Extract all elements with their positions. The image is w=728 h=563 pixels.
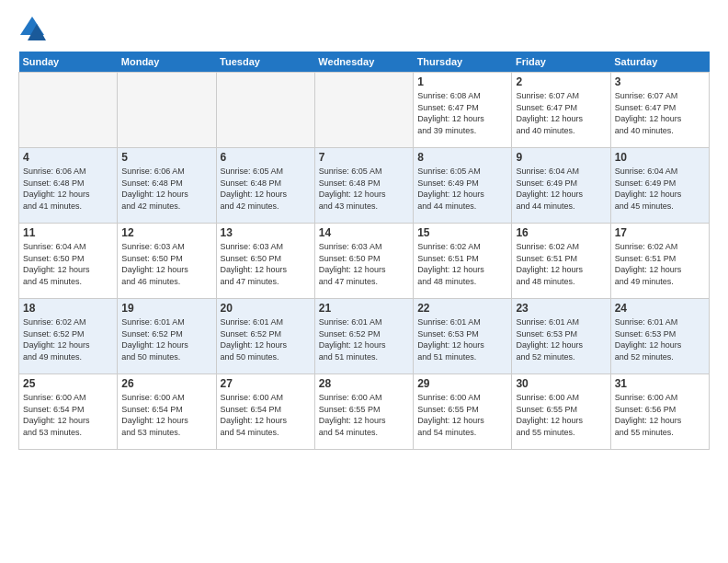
weekday-header-saturday: Saturday	[610, 52, 709, 73]
day-number: 5	[121, 151, 211, 164]
calendar-cell: 10Sunrise: 6:04 AM Sunset: 6:49 PM Dayli…	[610, 148, 709, 224]
calendar-cell: 29Sunrise: 6:00 AM Sunset: 6:55 PM Dayli…	[414, 374, 512, 450]
day-info: Sunrise: 6:02 AM Sunset: 6:51 PM Dayligh…	[417, 241, 507, 287]
day-info: Sunrise: 6:03 AM Sunset: 6:50 PM Dayligh…	[121, 241, 211, 287]
calendar-week-4: 18Sunrise: 6:02 AM Sunset: 6:52 PM Dayli…	[19, 299, 710, 374]
calendar-cell: 12Sunrise: 6:03 AM Sunset: 6:50 PM Dayli…	[118, 224, 216, 299]
calendar-cell: 1Sunrise: 6:08 AM Sunset: 6:47 PM Daylig…	[414, 73, 512, 148]
weekday-header-sunday: Sunday	[19, 52, 118, 73]
day-number: 16	[516, 226, 606, 239]
calendar-table: SundayMondayTuesdayWednesdayThursdayFrid…	[18, 52, 710, 450]
calendar-cell: 17Sunrise: 6:02 AM Sunset: 6:51 PM Dayli…	[610, 224, 709, 299]
weekday-header-row: SundayMondayTuesdayWednesdayThursdayFrid…	[19, 52, 710, 73]
calendar-cell: 21Sunrise: 6:01 AM Sunset: 6:52 PM Dayli…	[314, 299, 413, 374]
day-info: Sunrise: 6:01 AM Sunset: 6:53 PM Dayligh…	[516, 316, 606, 362]
calendar-cell: 14Sunrise: 6:03 AM Sunset: 6:50 PM Dayli…	[314, 224, 413, 299]
day-number: 4	[23, 151, 113, 164]
day-info: Sunrise: 6:00 AM Sunset: 6:54 PM Dayligh…	[121, 392, 211, 438]
calendar-week-3: 11Sunrise: 6:04 AM Sunset: 6:50 PM Dayli…	[19, 224, 710, 299]
day-info: Sunrise: 6:06 AM Sunset: 6:48 PM Dayligh…	[23, 166, 113, 212]
day-number: 12	[121, 226, 211, 239]
day-number: 29	[417, 377, 507, 390]
day-number: 14	[319, 226, 409, 239]
day-number: 10	[615, 151, 705, 164]
day-info: Sunrise: 6:04 AM Sunset: 6:50 PM Dayligh…	[23, 241, 113, 287]
day-number: 23	[516, 302, 606, 315]
day-info: Sunrise: 6:01 AM Sunset: 6:53 PM Dayligh…	[615, 316, 705, 362]
header	[18, 15, 710, 42]
day-number: 6	[221, 151, 311, 164]
calendar-cell: 30Sunrise: 6:00 AM Sunset: 6:55 PM Dayli…	[512, 374, 610, 450]
day-info: Sunrise: 6:00 AM Sunset: 6:55 PM Dayligh…	[417, 392, 507, 438]
day-info: Sunrise: 6:04 AM Sunset: 6:49 PM Dayligh…	[516, 166, 606, 212]
day-number: 22	[417, 302, 507, 315]
day-info: Sunrise: 6:06 AM Sunset: 6:48 PM Dayligh…	[121, 166, 211, 212]
calendar-cell: 15Sunrise: 6:02 AM Sunset: 6:51 PM Dayli…	[414, 224, 512, 299]
day-info: Sunrise: 6:00 AM Sunset: 6:54 PM Dayligh…	[221, 392, 311, 438]
day-info: Sunrise: 6:02 AM Sunset: 6:51 PM Dayligh…	[516, 241, 606, 287]
calendar-cell: 18Sunrise: 6:02 AM Sunset: 6:52 PM Dayli…	[19, 299, 118, 374]
calendar-cell: 4Sunrise: 6:06 AM Sunset: 6:48 PM Daylig…	[19, 148, 118, 224]
day-number: 2	[516, 75, 606, 88]
day-info: Sunrise: 6:00 AM Sunset: 6:55 PM Dayligh…	[319, 392, 409, 438]
calendar-cell: 19Sunrise: 6:01 AM Sunset: 6:52 PM Dayli…	[118, 299, 216, 374]
calendar-cell: 27Sunrise: 6:00 AM Sunset: 6:54 PM Dayli…	[216, 374, 314, 450]
day-number: 24	[615, 302, 705, 315]
day-info: Sunrise: 6:07 AM Sunset: 6:47 PM Dayligh…	[615, 90, 705, 136]
day-info: Sunrise: 6:03 AM Sunset: 6:50 PM Dayligh…	[221, 241, 311, 287]
day-number: 27	[221, 377, 311, 390]
calendar-cell: 26Sunrise: 6:00 AM Sunset: 6:54 PM Dayli…	[118, 374, 216, 450]
day-info: Sunrise: 6:05 AM Sunset: 6:48 PM Dayligh…	[319, 166, 409, 212]
day-number: 13	[221, 226, 311, 239]
day-info: Sunrise: 6:00 AM Sunset: 6:56 PM Dayligh…	[615, 392, 705, 438]
calendar-cell: 16Sunrise: 6:02 AM Sunset: 6:51 PM Dayli…	[512, 224, 610, 299]
day-number: 9	[516, 151, 606, 164]
logo-icon	[18, 15, 46, 42]
logo	[18, 15, 48, 42]
day-number: 15	[417, 226, 507, 239]
day-info: Sunrise: 6:00 AM Sunset: 6:54 PM Dayligh…	[23, 392, 113, 438]
weekday-header-tuesday: Tuesday	[216, 52, 314, 73]
weekday-header-friday: Friday	[512, 52, 610, 73]
calendar-cell	[118, 73, 216, 148]
day-info: Sunrise: 6:05 AM Sunset: 6:48 PM Dayligh…	[221, 166, 311, 212]
day-number: 8	[417, 151, 507, 164]
calendar-cell: 23Sunrise: 6:01 AM Sunset: 6:53 PM Dayli…	[512, 299, 610, 374]
calendar-cell: 28Sunrise: 6:00 AM Sunset: 6:55 PM Dayli…	[314, 374, 413, 450]
day-number: 30	[516, 377, 606, 390]
day-number: 1	[417, 75, 507, 88]
day-number: 28	[319, 377, 409, 390]
calendar-cell: 22Sunrise: 6:01 AM Sunset: 6:53 PM Dayli…	[414, 299, 512, 374]
day-number: 26	[121, 377, 211, 390]
calendar-cell: 5Sunrise: 6:06 AM Sunset: 6:48 PM Daylig…	[118, 148, 216, 224]
calendar-cell: 20Sunrise: 6:01 AM Sunset: 6:52 PM Dayli…	[216, 299, 314, 374]
day-info: Sunrise: 6:03 AM Sunset: 6:50 PM Dayligh…	[319, 241, 409, 287]
day-info: Sunrise: 6:07 AM Sunset: 6:47 PM Dayligh…	[516, 90, 606, 136]
day-number: 18	[23, 302, 113, 315]
day-number: 11	[23, 226, 113, 239]
day-info: Sunrise: 6:08 AM Sunset: 6:47 PM Dayligh…	[417, 90, 507, 136]
calendar-cell: 24Sunrise: 6:01 AM Sunset: 6:53 PM Dayli…	[610, 299, 709, 374]
calendar-cell	[216, 73, 314, 148]
day-info: Sunrise: 6:01 AM Sunset: 6:53 PM Dayligh…	[417, 316, 507, 362]
day-number: 31	[615, 377, 705, 390]
day-number: 19	[121, 302, 211, 315]
calendar-cell: 9Sunrise: 6:04 AM Sunset: 6:49 PM Daylig…	[512, 148, 610, 224]
day-info: Sunrise: 6:01 AM Sunset: 6:52 PM Dayligh…	[121, 316, 211, 362]
day-number: 20	[221, 302, 311, 315]
calendar-cell	[19, 73, 118, 148]
calendar-week-1: 1Sunrise: 6:08 AM Sunset: 6:47 PM Daylig…	[19, 73, 710, 148]
day-info: Sunrise: 6:01 AM Sunset: 6:52 PM Dayligh…	[221, 316, 311, 362]
calendar-cell: 2Sunrise: 6:07 AM Sunset: 6:47 PM Daylig…	[512, 73, 610, 148]
day-number: 25	[23, 377, 113, 390]
day-info: Sunrise: 6:02 AM Sunset: 6:51 PM Dayligh…	[615, 241, 705, 287]
calendar-cell	[314, 73, 413, 148]
calendar-week-5: 25Sunrise: 6:00 AM Sunset: 6:54 PM Dayli…	[19, 374, 710, 450]
weekday-header-thursday: Thursday	[414, 52, 512, 73]
day-info: Sunrise: 6:04 AM Sunset: 6:49 PM Dayligh…	[615, 166, 705, 212]
calendar-cell: 6Sunrise: 6:05 AM Sunset: 6:48 PM Daylig…	[216, 148, 314, 224]
day-number: 3	[615, 75, 705, 88]
calendar-cell: 8Sunrise: 6:05 AM Sunset: 6:49 PM Daylig…	[414, 148, 512, 224]
day-number: 7	[319, 151, 409, 164]
calendar-cell: 13Sunrise: 6:03 AM Sunset: 6:50 PM Dayli…	[216, 224, 314, 299]
